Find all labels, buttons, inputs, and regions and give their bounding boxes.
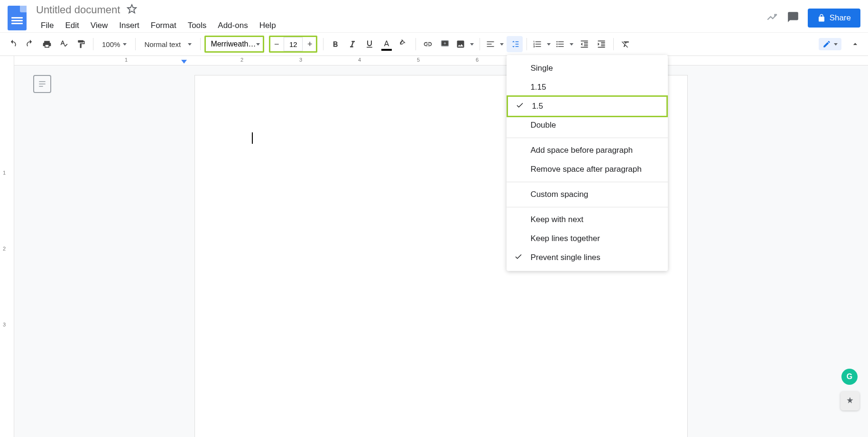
italic-button[interactable]	[344, 36, 360, 52]
activity-icon[interactable]	[766, 11, 778, 25]
editing-mode-button[interactable]	[819, 38, 841, 50]
toolbar: 100% Normal text Merriweath… − + Single …	[0, 32, 868, 56]
print-button[interactable]	[39, 36, 55, 52]
header: Untitled document File Edit View Insert …	[0, 0, 868, 32]
menu-help[interactable]: Help	[255, 19, 281, 32]
star-icon[interactable]	[127, 4, 137, 16]
workspace: 1 2 3 1 2 3 4 5 6	[0, 56, 868, 437]
vertical-ruler[interactable]: 1 2 3	[0, 56, 14, 437]
spacing-1-15[interactable]: 1.15	[507, 78, 668, 97]
underline-button[interactable]	[361, 36, 378, 52]
bold-button[interactable]	[327, 36, 343, 52]
add-comment-button[interactable]	[437, 36, 453, 52]
spacing-custom[interactable]: Custom spacing	[507, 185, 668, 204]
spacing-prevent-single[interactable]: Prevent single lines	[507, 248, 668, 267]
docs-logo-icon[interactable]	[8, 6, 27, 30]
menu-addons[interactable]: Add-ons	[213, 19, 252, 32]
font-size-increase-button[interactable]: +	[304, 37, 316, 51]
title-area: Untitled document File Edit View Insert …	[36, 4, 766, 32]
align-button[interactable]	[484, 36, 506, 52]
explore-button[interactable]	[840, 391, 859, 410]
check-icon	[514, 252, 523, 263]
undo-button[interactable]	[5, 36, 21, 52]
check-icon	[516, 101, 524, 112]
insert-image-button[interactable]	[454, 36, 476, 52]
spacing-double[interactable]: Double	[507, 116, 668, 135]
text-cursor	[252, 132, 253, 144]
spacing-single[interactable]: Single	[507, 59, 668, 78]
paragraph-style-select[interactable]: Normal text	[139, 36, 196, 52]
menu-file[interactable]: File	[36, 19, 58, 32]
svg-marker-4	[181, 60, 187, 64]
horizontal-ruler[interactable]: 1 2 3 4 5 6	[14, 56, 868, 65]
zoom-select[interactable]: 100%	[97, 36, 131, 52]
menu-tools[interactable]: Tools	[183, 19, 212, 32]
spellcheck-button[interactable]	[56, 36, 72, 52]
clear-formatting-button[interactable]	[618, 36, 634, 52]
decrease-indent-button[interactable]	[576, 36, 592, 52]
spacing-keep-next[interactable]: Keep with next	[507, 210, 668, 229]
paint-format-button[interactable]	[73, 36, 89, 52]
collapse-toolbar-button[interactable]	[847, 36, 863, 52]
menu-view[interactable]: View	[86, 19, 113, 32]
comments-icon[interactable]	[787, 11, 799, 25]
spacing-remove-after[interactable]: Remove space after paragraph	[507, 160, 668, 179]
spacing-add-before[interactable]: Add space before paragraph	[507, 141, 668, 160]
menu-edit[interactable]: Edit	[60, 19, 83, 32]
document-title[interactable]: Untitled document	[36, 4, 120, 16]
share-button[interactable]: Share	[808, 9, 860, 28]
font-size-input[interactable]	[284, 37, 303, 51]
document-outline-button[interactable]	[33, 75, 51, 93]
text-color-button[interactable]	[379, 36, 395, 52]
highlight-color-button[interactable]	[396, 36, 412, 52]
share-label: Share	[830, 13, 851, 23]
font-name: Merriweath…	[211, 40, 256, 48]
menu-format[interactable]: Format	[146, 19, 181, 32]
font-select[interactable]: Merriweath…	[204, 36, 264, 53]
spacing-keep-lines[interactable]: Keep lines together	[507, 229, 668, 248]
svg-marker-0	[128, 5, 136, 13]
insert-link-button[interactable]	[420, 36, 436, 52]
font-size-control: − +	[269, 36, 317, 53]
spacing-1-5[interactable]: 1.5	[507, 95, 668, 117]
font-size-decrease-button[interactable]: −	[270, 37, 283, 51]
line-spacing-menu: Single 1.15 1.5 Double Add space before …	[507, 55, 668, 271]
indent-marker-icon[interactable]	[181, 60, 187, 65]
redo-button[interactable]	[22, 36, 38, 52]
bulleted-list-button[interactable]	[554, 36, 575, 52]
numbered-list-button[interactable]	[531, 36, 553, 52]
line-spacing-button[interactable]	[507, 36, 523, 52]
increase-indent-button[interactable]	[593, 36, 609, 52]
menu-insert[interactable]: Insert	[114, 19, 144, 32]
menu-bar: File Edit View Insert Format Tools Add-o…	[36, 19, 766, 32]
grammarly-badge-icon[interactable]: G	[841, 369, 858, 385]
